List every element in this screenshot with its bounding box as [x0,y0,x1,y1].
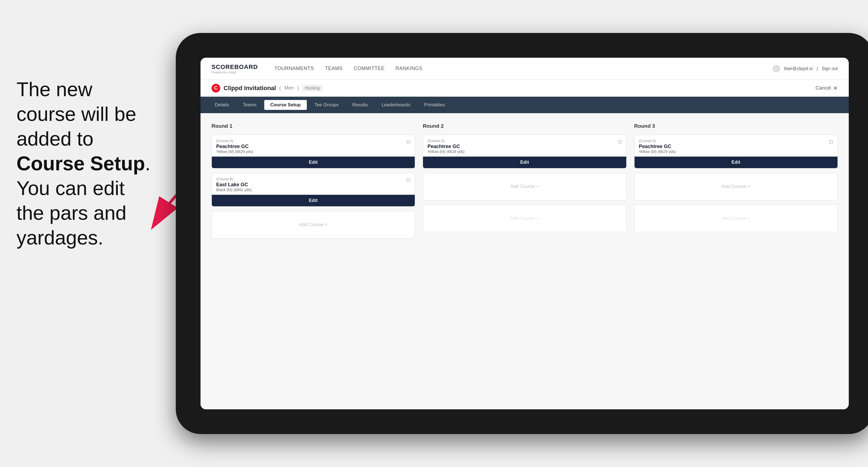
round-3-add-course-disabled-button: Add Course + [634,205,838,232]
round-1-course-a-edit-button[interactable]: Edit [212,157,415,168]
user-avatar [772,65,780,72]
sign-out-link[interactable]: Sign out [822,66,838,71]
rounds-grid: Round 1 (Course A) Peachtree GC Yellow (… [212,123,838,239]
tournament-gender: Men [284,85,294,91]
round-1-course-b-detail: Black (M) (6891 yds) [216,188,252,192]
nav-committee[interactable]: COMMITTEE [354,66,385,71]
round-2-add-course-disabled-label: Add Course + [510,216,539,221]
round-3-course-a-name: Peachtree GC [639,144,676,150]
annotation-line-6: the pars and [17,202,126,224]
annotation-line-4-bold: Course Setup [17,152,145,175]
round-1-course-b-edit-button[interactable]: Edit [212,195,415,206]
tab-tee-groups[interactable]: Tee Groups [308,100,345,110]
annotation-line-7: yardages. [17,227,103,249]
round-1-course-a-card: (Course A) Peachtree GC Yellow (M) (6629… [212,134,415,168]
round-3-column: Round 3 (Course A) Peachtree GC Yellow (… [634,123,838,239]
round-2-course-a-icon[interactable]: ⊡ [618,139,622,145]
tab-printables[interactable]: Printables [418,100,451,110]
round-3-course-a-card: (Course A) Peachtree GC Yellow (M) (6629… [634,134,838,168]
nav-links: TOURNAMENTS TEAMS COMMITTEE RANKINGS [274,66,759,71]
nav-tournaments[interactable]: TOURNAMENTS [274,66,314,71]
hosting-badge: Hosting [302,85,322,91]
c-logo: C [212,84,220,93]
nav-right: blair@clippd.io | Sign out [772,65,838,72]
round-1-course-a-label: (Course A) [216,139,253,143]
round-3-header: Round 3 [634,123,838,129]
round-3-course-a-edit-button[interactable]: Edit [634,157,838,168]
round-2-course-a-name: Peachtree GC [427,144,464,150]
round-1-course-b-icon[interactable]: ⊡ [406,177,410,183]
round-1-course-b-card: (Course B) East Lake GC Black (M) (6891 … [212,173,415,207]
logo-sub: Powered by clippd [212,71,258,74]
round-3-course-a-icon[interactable]: ⊡ [829,139,833,145]
nav-rankings[interactable]: RANKINGS [396,66,423,71]
round-2-course-a-detail: Yellow (M) (6629 yds) [427,150,464,154]
tournament-name: Clippd Invitational [224,85,276,92]
round-3-add-course-disabled-label: Add Course + [722,216,750,221]
round-1-course-a-icon[interactable]: ⊡ [406,139,410,145]
logo-area: SCOREBOARD Powered by clippd [212,63,258,74]
round-2-add-course-button[interactable]: Add Course + [423,173,626,200]
tab-leaderboards[interactable]: Leaderboards [375,100,416,110]
round-2-course-a-card: (Course A) Peachtree GC Yellow (M) (6629… [423,134,626,168]
round-2-add-course-disabled-button: Add Course + [423,205,626,232]
round-1-header: Round 1 [212,123,415,129]
round-1-column: Round 1 (Course A) Peachtree GC Yellow (… [212,123,415,239]
round-1-course-b-label: (Course B) [216,177,252,181]
round-2-course-a-label: (Course A) [427,139,464,143]
tablet: SCOREBOARD Powered by clippd TOURNAMENTS… [176,33,868,434]
round-2-column: Round 2 (Course A) Peachtree GC Yellow (… [423,123,626,239]
round-1-course-a-detail: Yellow (M) (6629 yds) [216,150,253,154]
user-email: blair@clippd.io [784,66,813,71]
top-nav: SCOREBOARD Powered by clippd TOURNAMENTS… [200,58,849,80]
annotation-line-2: course will be [17,103,136,125]
annotation-line-5: You can edit [17,177,125,199]
tablet-screen: SCOREBOARD Powered by clippd TOURNAMENTS… [200,58,849,409]
round-2-add-course-label: Add Course + [510,184,539,189]
cancel-button[interactable]: Cancel ✕ [815,85,838,91]
round-2-course-a-edit-button[interactable]: Edit [423,157,626,168]
round-3-course-a-label: (Course A) [639,139,676,143]
tab-teams[interactable]: Teams [237,100,262,110]
round-2-header: Round 2 [423,123,626,129]
tournament-bar: C Clippd Invitational ( Men ) Hosting Ca… [200,80,849,97]
tab-details[interactable]: Details [209,100,235,110]
round-1-add-course-label: Add Course + [299,222,328,227]
tab-results[interactable]: Results [346,100,374,110]
scoreboard-logo: SCOREBOARD [212,63,258,71]
tabs-bar: Details Teams Course Setup Tee Groups Re… [200,97,849,113]
tab-course-setup[interactable]: Course Setup [264,100,307,110]
round-1-course-a-name: Peachtree GC [216,144,253,150]
tournament-title: C Clippd Invitational ( Men ) Hosting [212,84,322,93]
round-3-add-course-button[interactable]: Add Course + [634,173,838,200]
annotation-line-3: added to [17,128,93,150]
annotation-line-1: The new [17,78,92,100]
main-content: Round 1 (Course A) Peachtree GC Yellow (… [200,113,849,409]
nav-teams[interactable]: TEAMS [325,66,343,71]
round-1-course-b-name: East Lake GC [216,182,252,188]
round-1-add-course-button[interactable]: Add Course + [212,211,415,239]
round-3-course-a-detail: Yellow (M) (6629 yds) [639,150,676,154]
round-3-add-course-label: Add Course + [722,184,750,189]
